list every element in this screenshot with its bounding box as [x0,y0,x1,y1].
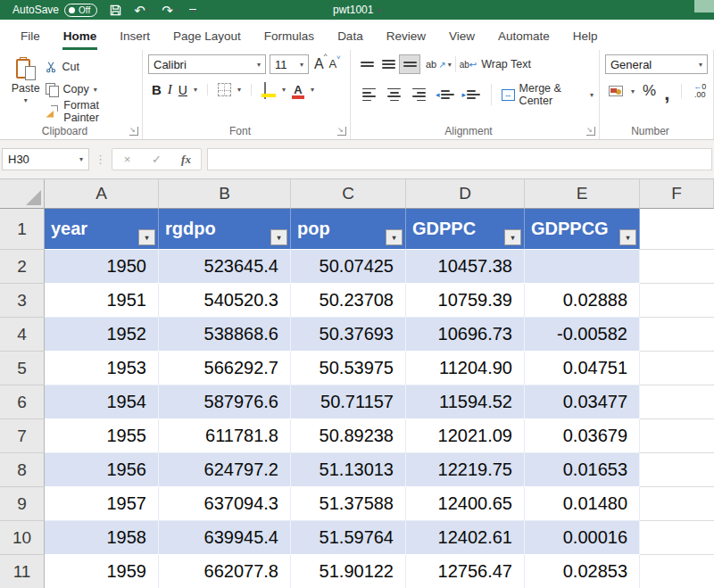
number-format-select[interactable]: General ▾ [605,54,708,74]
cell[interactable]: 1956 [45,453,159,487]
font-color-button[interactable]: A [292,85,304,95]
table-header-cell[interactable]: GDPPCG▾ [525,209,640,250]
table-header-cell[interactable]: GDPPC▾ [406,209,525,250]
tab-data[interactable]: Data [326,23,375,50]
table-header-cell[interactable]: year▾ [45,209,159,250]
cancel-button[interactable]: × [112,153,142,166]
cell[interactable]: 637094.3 [159,487,291,521]
cell-empty[interactable] [640,521,714,555]
row-header-4[interactable]: 4 [0,318,45,352]
cell[interactable]: 12219.75 [406,453,525,487]
filter-button[interactable]: ▾ [270,229,287,245]
row-header-7[interactable]: 7 [0,419,45,453]
decrease-font-size-button[interactable]: A˅ [328,57,340,70]
tab-help[interactable]: Help [561,23,610,50]
cell[interactable]: 10457.38 [406,250,525,284]
cell[interactable]: 0.01653 [525,453,640,487]
cell[interactable]: 1959 [45,555,159,588]
row-header-6[interactable]: 6 [0,385,45,419]
cell[interactable]: 0.00016 [525,521,640,555]
cell[interactable]: 1951 [45,284,159,318]
cell[interactable]: 0.01480 [525,487,640,521]
cell[interactable]: 51.59764 [291,521,406,555]
cell-empty[interactable] [640,419,714,453]
cell[interactable]: 50.07425 [291,250,406,284]
cell[interactable]: 611781.8 [159,419,291,453]
row-header-11[interactable]: 11 [0,555,45,588]
drag-handle-icon[interactable]: ⋮ [95,153,106,166]
cell-empty[interactable] [640,209,714,250]
cell[interactable]: 11204.90 [406,352,525,385]
chevron-down-icon[interactable]: ▾ [194,86,197,94]
cell[interactable]: 10759.39 [406,284,525,318]
column-header-A[interactable]: A [45,179,159,209]
cell[interactable]: 0.03679 [525,419,640,453]
cell[interactable]: 12402.61 [406,521,525,555]
cell-empty[interactable] [640,284,714,318]
wrap-text-button[interactable]: ab↩ Wrap Text [460,58,531,70]
cell-empty[interactable] [640,555,714,588]
cell[interactable]: 11594.52 [406,385,525,419]
redo-button[interactable]: ↷▾ [162,4,178,17]
tab-formulas[interactable]: Formulas [253,23,326,50]
dialog-launcher-icon[interactable]: ↘ [586,127,595,136]
cell[interactable]: 50.53975 [291,352,406,385]
align-left-button[interactable] [360,85,378,104]
cell[interactable]: 10696.73 [406,318,525,352]
filter-button[interactable]: ▾ [138,229,155,245]
cell[interactable]: 1953 [45,352,159,385]
cell[interactable] [525,250,640,284]
save-button[interactable] [109,4,122,17]
tab-automate[interactable]: Automate [486,23,561,50]
column-header-C[interactable]: C [291,179,406,209]
cell[interactable]: 12756.47 [406,555,525,588]
merge-center-button[interactable]: ↔ Merge & Center ▾ [502,82,594,107]
row-header-2[interactable]: 2 [0,250,45,284]
cell-empty[interactable] [640,385,714,419]
cell[interactable]: 639945.4 [159,521,291,555]
chevron-down-icon[interactable]: ▾ [282,86,286,94]
accounting-format-button[interactable] [609,86,623,96]
user-avatar[interactable] [694,0,714,12]
autosave-control[interactable]: AutoSave Off [12,4,97,17]
cell[interactable]: 1954 [45,385,159,419]
orientation-button[interactable]: ab↗▾ [426,59,452,70]
filter-button[interactable]: ▾ [386,229,403,245]
select-all-corner[interactable] [0,179,45,209]
filter-button[interactable]: ▾ [504,229,521,245]
italic-button[interactable]: I [168,82,172,97]
cell[interactable]: 50.89238 [291,419,406,453]
format-painter-button[interactable]: Format Painter [46,103,137,120]
cell[interactable]: 624797.2 [159,453,291,487]
cell[interactable]: 662077.8 [159,555,291,588]
cell[interactable]: 0.02853 [525,555,640,588]
cell[interactable]: 51.90122 [291,555,406,588]
increase-decimal-button[interactable]: ←0.00 [693,83,706,99]
cell-empty[interactable] [640,453,714,487]
cut-button[interactable]: Cut [46,58,137,76]
cell[interactable]: 566292.7 [159,352,291,385]
row-header-1[interactable]: 1 [0,209,45,250]
increase-indent-button[interactable]: ▸ [461,85,482,104]
tab-page-layout[interactable]: Page Layout [162,23,253,50]
borders-button[interactable] [218,83,231,96]
align-top-button[interactable] [356,54,378,74]
chevron-down-icon[interactable]: ▾ [237,86,241,94]
font-name-select[interactable]: Calibri ▾ [148,54,266,74]
cell[interactable]: 0.03477 [525,385,640,419]
dialog-launcher-icon[interactable]: ↘ [129,127,138,136]
cell[interactable]: -0.00582 [525,318,640,352]
cell-empty[interactable] [640,250,714,284]
decrease-indent-button[interactable]: ◂ [435,85,455,104]
increase-font-size-button[interactable]: A^ [314,56,327,72]
cell-empty[interactable] [640,318,714,352]
align-bottom-button[interactable] [399,54,420,74]
copy-button[interactable]: Copy ▾ [46,80,137,98]
cell[interactable]: 1957 [45,487,159,521]
cell[interactable]: 1955 [45,419,159,453]
align-right-button[interactable] [410,85,428,104]
bold-button[interactable]: B [152,82,162,97]
enter-button[interactable]: ✓ [142,153,171,166]
tab-review[interactable]: Review [375,23,437,50]
cell[interactable]: 523645.4 [159,250,291,284]
